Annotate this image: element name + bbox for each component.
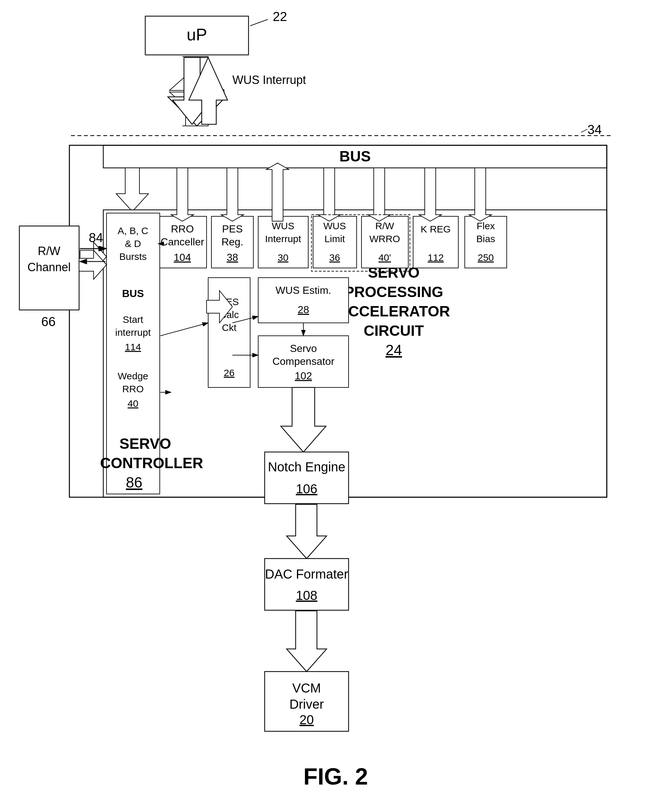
rro-canceller-box: RRO Canceller 104 xyxy=(158,216,206,268)
abcd-label-2: & D xyxy=(125,238,141,249)
svg-text:Bias: Bias xyxy=(476,234,495,244)
pes-reg-box: PES Reg. 38 xyxy=(211,216,253,268)
svg-text:Flex: Flex xyxy=(477,220,495,231)
rw-channel-box: R/W Channel xyxy=(19,226,79,310)
svg-text:K REG: K REG xyxy=(421,224,451,234)
wus-interrupt-label: WUS Interrupt xyxy=(232,73,306,87)
svg-text:Compensator: Compensator xyxy=(272,355,334,367)
svg-text:114: 114 xyxy=(125,341,141,352)
wedge-rro-label-2: RRO xyxy=(122,384,144,394)
svg-text:Servo: Servo xyxy=(290,343,317,354)
svg-text:Canceller: Canceller xyxy=(160,236,204,247)
svg-text:Reg.: Reg. xyxy=(221,236,244,247)
svg-text:RRO: RRO xyxy=(171,223,194,235)
vcm-driver-label-2: Driver xyxy=(290,697,324,711)
svg-text:102: 102 xyxy=(295,370,312,382)
svg-text:104: 104 xyxy=(174,251,191,263)
notch-engine-ref: 106 xyxy=(296,482,318,496)
bus-label: BUS xyxy=(339,148,371,165)
wus-limit-box: WUS Limit 36 xyxy=(313,216,357,268)
inner-bus-label: BUS xyxy=(122,288,144,299)
svg-text:250: 250 xyxy=(478,252,494,263)
svg-text:38: 38 xyxy=(227,251,238,263)
svg-text:PES: PES xyxy=(222,223,243,235)
svg-text:interrupt: interrupt xyxy=(115,327,151,338)
svg-text:Channel: Channel xyxy=(27,261,71,274)
wus-interrupt-box: WUS Interrupt 30 xyxy=(258,216,308,268)
k-reg-box: K REG 112 xyxy=(413,216,458,268)
ref-66: 66 xyxy=(41,314,56,329)
svg-text:30: 30 xyxy=(278,252,288,263)
pes-calc-box: PES Calc Ckt 26 xyxy=(208,278,250,387)
svg-text:R/W: R/W xyxy=(375,220,394,231)
dac-formater-label: DAC Formater xyxy=(265,567,348,581)
servo-processing-label-3: ACCELERATOR xyxy=(337,303,450,320)
servo-processing-label-2: PROCESSING xyxy=(344,283,443,300)
svg-text:R/W: R/W xyxy=(38,244,60,258)
svg-text:Interrupt: Interrupt xyxy=(265,234,301,244)
svg-text:WUS Estim.: WUS Estim. xyxy=(276,285,331,296)
bus-bar-main: BUS xyxy=(103,145,607,168)
uP-ref: 22 xyxy=(273,9,287,24)
wus-estim-box: WUS Estim. 28 xyxy=(258,278,349,323)
rw-wrro-box: R/W WRRO 40' xyxy=(361,216,408,268)
svg-text:36: 36 xyxy=(329,252,340,263)
uP-label: uP xyxy=(187,25,207,44)
notch-engine-label: Notch Engine xyxy=(268,460,345,474)
diagram-container: uP 22 xyxy=(0,0,671,812)
vcm-driver-label-1: VCM xyxy=(293,681,321,695)
svg-text:Limit: Limit xyxy=(324,234,345,244)
servo-compensator-box: Servo Compensator 102 xyxy=(258,336,349,387)
vcm-driver-box: VCM Driver 20 xyxy=(265,672,349,731)
fig-label: FIG. 2 xyxy=(303,764,368,790)
ref-84: 84 xyxy=(89,230,103,245)
servo-processing-ref: 24 xyxy=(385,341,402,358)
dac-formater-box: DAC Formater 108 xyxy=(265,559,349,610)
notch-engine-box: Notch Engine 106 xyxy=(265,452,349,504)
servo-controller-ref: 86 xyxy=(126,474,142,491)
servo-processing-label-4: CIRCUIT xyxy=(364,322,424,339)
svg-text:WUS: WUS xyxy=(324,220,346,231)
svg-text:40': 40' xyxy=(378,252,391,263)
svg-text:28: 28 xyxy=(298,304,309,316)
svg-text:Ckt: Ckt xyxy=(222,322,237,333)
abcd-label-3: Bursts xyxy=(119,251,146,262)
servo-controller-label-2: CONTROLLER xyxy=(100,455,203,471)
abcd-label-1: A, B, C xyxy=(118,225,148,236)
ref-34: 34 xyxy=(588,122,602,136)
svg-rect-67 xyxy=(265,559,349,610)
svg-text:WRRO: WRRO xyxy=(370,234,400,244)
vcm-driver-ref: 20 xyxy=(300,713,314,727)
wedge-rro-label-1: Wedge xyxy=(118,371,148,381)
wedge-rro-ref: 40 xyxy=(128,398,138,409)
svg-text:Start: Start xyxy=(123,314,143,325)
svg-text:112: 112 xyxy=(427,252,444,263)
servo-controller-label-1: SERVO xyxy=(119,435,171,452)
svg-text:26: 26 xyxy=(224,367,234,378)
svg-text:WUS: WUS xyxy=(272,220,295,231)
dac-formater-ref: 108 xyxy=(296,588,318,602)
flex-bias-box: Flex Bias 250 xyxy=(465,216,507,268)
